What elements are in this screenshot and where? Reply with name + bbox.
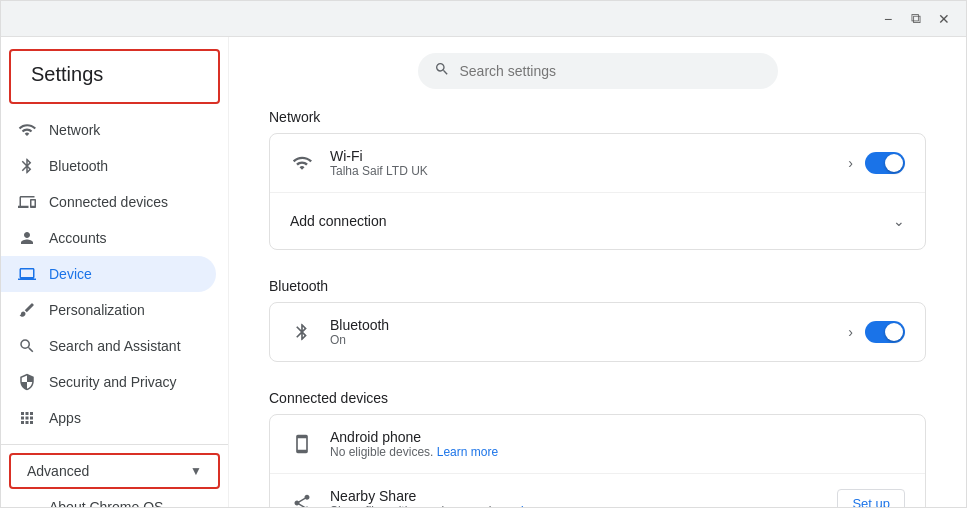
android-phone-row[interactable]: Android phone No eligible devices. Learn… [270, 415, 925, 474]
bluetooth-toggle[interactable] [865, 321, 905, 343]
android-phone-learn-more-link[interactable]: Learn more [437, 445, 498, 459]
sidebar-item-bluetooth[interactable]: Bluetooth [1, 148, 216, 184]
sidebar-title: Settings [9, 49, 220, 104]
sidebar-item-security-privacy[interactable]: Security and Privacy [1, 364, 216, 400]
sidebar: Settings Network Bluetooth Con [1, 37, 229, 507]
wifi-row[interactable]: Wi-Fi Talha Saif LTD UK › [270, 134, 925, 193]
settings-window: − ⧉ ✕ Settings Network Bluetooth [0, 0, 967, 508]
add-connection-chevron-icon: ⌄ [893, 213, 905, 229]
bluetooth-card: Bluetooth On › [269, 302, 926, 362]
devices-icon [17, 192, 37, 212]
connected-devices-card: Android phone No eligible devices. Learn… [269, 414, 926, 507]
about-label: About Chrome OS [49, 499, 163, 507]
bluetooth-row-subtitle: On [330, 333, 832, 347]
add-connection-label: Add connection [290, 213, 387, 229]
sidebar-item-personalization[interactable]: Personalization [1, 292, 216, 328]
bluetooth-icon [17, 156, 37, 176]
bluetooth-row-icon [290, 320, 314, 344]
sidebar-item-device-label: Device [49, 266, 92, 282]
sidebar-item-network[interactable]: Network [1, 112, 216, 148]
sidebar-about-item[interactable]: About Chrome OS [1, 491, 228, 507]
sidebar-item-bluetooth-label: Bluetooth [49, 158, 108, 174]
wifi-toggle[interactable] [865, 152, 905, 174]
main-content: Settings Network Bluetooth Con [1, 37, 966, 507]
bluetooth-section-title: Bluetooth [269, 278, 926, 294]
bluetooth-section: Bluetooth Bluetooth On › [269, 278, 926, 362]
nearby-share-subtitle: Share files with people around you. Lear… [330, 504, 821, 507]
nearby-share-content: Nearby Share Share files with people aro… [330, 488, 821, 507]
titlebar: − ⧉ ✕ [1, 1, 966, 37]
bluetooth-chevron-icon: › [848, 324, 853, 340]
sidebar-item-accounts-label: Accounts [49, 230, 107, 246]
android-phone-title: Android phone [330, 429, 905, 445]
phone-icon [290, 432, 314, 456]
sidebar-item-connected-devices[interactable]: Connected devices [1, 184, 216, 220]
chevron-down-icon: ▼ [190, 464, 202, 478]
bluetooth-actions: › [848, 321, 905, 343]
search-input-wrap[interactable] [418, 53, 778, 89]
laptop-icon [17, 264, 37, 284]
sidebar-item-connected-devices-label: Connected devices [49, 194, 168, 210]
minimize-button[interactable]: − [874, 5, 902, 33]
main-panel: Network Wi-Fi Talha Saif LTD UK › [229, 37, 966, 507]
network-section: Network Wi-Fi Talha Saif LTD UK › [269, 109, 926, 250]
wifi-row-icon [290, 151, 314, 175]
wifi-title: Wi-Fi [330, 148, 832, 164]
sidebar-item-network-label: Network [49, 122, 100, 138]
person-icon [17, 228, 37, 248]
search-input[interactable] [460, 63, 762, 79]
bluetooth-row-title: Bluetooth [330, 317, 832, 333]
search-circle-icon [17, 336, 37, 356]
sidebar-item-search-assistant-label: Search and Assistant [49, 338, 181, 354]
sidebar-item-search-assistant[interactable]: Search and Assistant [1, 328, 216, 364]
wifi-row-content: Wi-Fi Talha Saif LTD UK [330, 148, 832, 178]
bluetooth-row[interactable]: Bluetooth On › [270, 303, 925, 361]
wifi-actions: › [848, 152, 905, 174]
network-section-title: Network [269, 109, 926, 125]
apps-icon [17, 408, 37, 428]
wifi-subtitle: Talha Saif LTD UK [330, 164, 832, 178]
nearby-share-icon [290, 491, 314, 507]
sidebar-item-apps-label: Apps [49, 410, 81, 426]
setup-button[interactable]: Set up [837, 489, 905, 508]
sidebar-item-personalization-label: Personalization [49, 302, 145, 318]
nearby-share-actions: Set up [837, 489, 905, 508]
nearby-share-learn-more-link[interactable]: Learn more [521, 504, 582, 507]
nearby-share-row[interactable]: Nearby Share Share files with people aro… [270, 474, 925, 507]
connected-devices-title: Connected devices [269, 390, 926, 406]
nearby-share-title: Nearby Share [330, 488, 821, 504]
sidebar-item-device[interactable]: Device [1, 256, 216, 292]
search-icon [434, 61, 450, 81]
maximize-button[interactable]: ⧉ [902, 5, 930, 33]
sidebar-item-accounts[interactable]: Accounts [1, 220, 216, 256]
advanced-label: Advanced [27, 463, 89, 479]
android-phone-content: Android phone No eligible devices. Learn… [330, 429, 905, 459]
close-button[interactable]: ✕ [930, 5, 958, 33]
wifi-icon [17, 120, 37, 140]
add-connection-row[interactable]: Add connection ⌄ [270, 193, 925, 249]
sidebar-item-apps[interactable]: Apps [1, 400, 216, 436]
sidebar-divider [1, 444, 228, 445]
brush-icon [17, 300, 37, 320]
android-phone-subtitle: No eligible devices. Learn more [330, 445, 905, 459]
sidebar-advanced-item[interactable]: Advanced ▼ [9, 453, 220, 489]
bluetooth-row-content: Bluetooth On [330, 317, 832, 347]
shield-icon [17, 372, 37, 392]
sidebar-item-security-privacy-label: Security and Privacy [49, 374, 177, 390]
connected-devices-section: Connected devices Android phone No eligi… [269, 390, 926, 507]
search-bar [269, 53, 926, 89]
wifi-chevron-icon: › [848, 155, 853, 171]
network-card: Wi-Fi Talha Saif LTD UK › Add connection… [269, 133, 926, 250]
